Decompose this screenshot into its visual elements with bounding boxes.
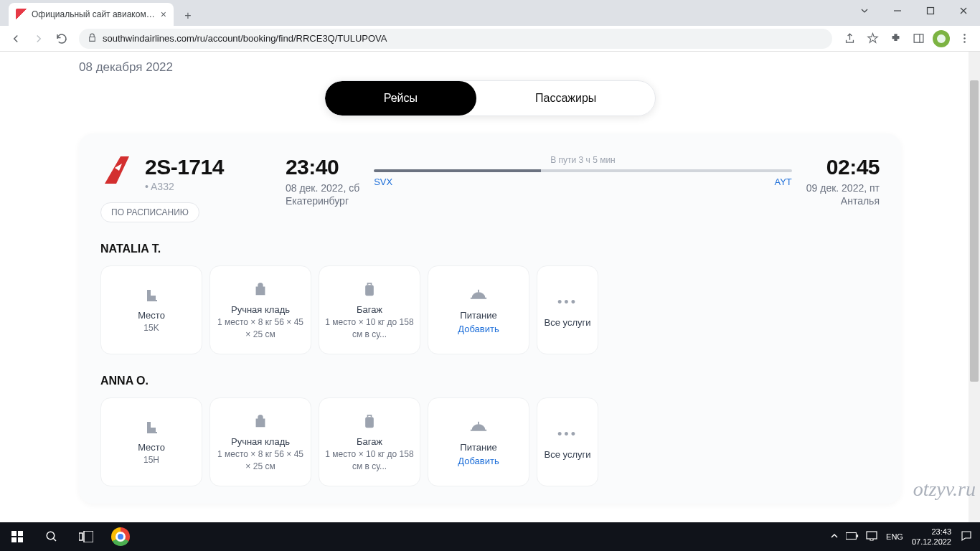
- forward-button[interactable]: [29, 29, 49, 49]
- svg-rect-5: [365, 285, 374, 296]
- svg-rect-1: [914, 34, 923, 42]
- service-seat[interactable]: Место 15K: [100, 265, 202, 354]
- page-viewport: 08 декабря 2022 Рейсы Пассажиры 2S-1714 …: [0, 52, 980, 525]
- tray-icons[interactable]: [830, 531, 877, 542]
- dots-icon: •••: [557, 425, 578, 445]
- seat-icon: [143, 418, 160, 438]
- flight-card: 2S-1714 A332 ПО РАСПИСАНИЮ 23:40 08 дек.…: [79, 133, 901, 504]
- svg-rect-0: [928, 8, 934, 14]
- svg-rect-12: [79, 533, 83, 540]
- bookmark-icon[interactable]: [862, 29, 882, 49]
- watermark: otzyv.ru: [913, 478, 976, 501]
- route-line: [374, 169, 792, 172]
- svg-point-11: [47, 532, 55, 540]
- chevron-down-icon[interactable]: [848, 0, 881, 22]
- service-all[interactable]: ••• Все услуги: [537, 265, 598, 354]
- departure-time: 23:40: [286, 155, 359, 179]
- scrollbar[interactable]: [969, 52, 980, 522]
- service-meal[interactable]: Питание Добавить: [428, 265, 529, 354]
- window-controls: [848, 0, 980, 22]
- service-cabin-bag[interactable]: Ручная кладь 1 место × 8 кг 56 × 45 × 25…: [209, 397, 311, 486]
- service-meal[interactable]: Питание Добавить: [428, 397, 529, 486]
- svg-rect-8: [18, 531, 23, 536]
- arrival-code[interactable]: AYT: [774, 176, 791, 187]
- svg-rect-13: [84, 531, 93, 542]
- maximize-button[interactable]: [914, 0, 947, 22]
- add-meal-link[interactable]: Добавить: [458, 324, 499, 334]
- extensions-icon[interactable]: [885, 29, 905, 49]
- svg-point-4: [963, 41, 966, 43]
- svg-rect-10: [18, 537, 23, 542]
- meal-icon: [469, 286, 488, 306]
- scrollbar-thumb[interactable]: [970, 80, 979, 382]
- departure-date: 08 дек. 2022, сб: [286, 182, 359, 194]
- svg-rect-7: [11, 531, 17, 536]
- service-baggage[interactable]: Багаж 1 место × 10 кг до 158 см в су...: [319, 265, 420, 354]
- meal-icon: [469, 418, 488, 438]
- status-badge: ПО РАСПИСАНИЮ: [100, 202, 199, 222]
- network-icon[interactable]: [866, 531, 877, 542]
- svg-rect-16: [867, 532, 877, 539]
- close-button[interactable]: [947, 0, 980, 22]
- language-indicator[interactable]: ENG: [886, 532, 903, 541]
- tab-title: Официальный сайт авиакомпан: [32, 9, 156, 19]
- svg-rect-15: [857, 534, 858, 537]
- back-button[interactable]: [6, 29, 26, 49]
- taskbar: ENG 23:43 07.12.2022: [0, 522, 980, 551]
- passenger-name: ANNA O.: [100, 375, 880, 387]
- arrival-time: 02:45: [806, 155, 880, 179]
- add-meal-link[interactable]: Добавить: [458, 456, 499, 466]
- taskview-button[interactable]: [69, 522, 103, 551]
- svg-point-3: [963, 37, 966, 39]
- svg-rect-9: [11, 537, 17, 542]
- lock-icon: [88, 32, 97, 45]
- bag-icon: [253, 412, 268, 432]
- aircraft-type: A332: [145, 181, 224, 192]
- minimize-button[interactable]: [881, 0, 914, 22]
- service-grid: Место 15H Ручная кладь 1 место × 8 кг 56…: [100, 397, 880, 486]
- seat-icon: [143, 286, 160, 306]
- sidepanel-icon[interactable]: [908, 29, 928, 49]
- service-baggage[interactable]: Багаж 1 место × 10 кг до 158 см в су...: [319, 397, 420, 486]
- new-tab-button[interactable]: +: [178, 6, 198, 26]
- address-bar[interactable]: southwindairlines.com/ru/account/booking…: [79, 29, 832, 49]
- dots-icon: •••: [557, 293, 578, 313]
- tab-close-icon[interactable]: ×: [161, 9, 166, 20]
- browser-titlebar: Официальный сайт авиакомпан × +: [0, 0, 980, 26]
- tab-passengers[interactable]: Пассажиры: [476, 81, 655, 116]
- service-cabin-bag[interactable]: Ручная кладь 1 место × 8 кг 56 × 45 × 25…: [209, 265, 311, 354]
- browser-toolbar: southwindairlines.com/ru/account/booking…: [0, 26, 980, 52]
- passenger-name: NATALIA T.: [100, 242, 880, 255]
- search-button[interactable]: [34, 522, 69, 551]
- clock[interactable]: 23:43 07.12.2022: [912, 527, 951, 547]
- favicon-icon: [16, 9, 27, 20]
- svg-point-2: [963, 34, 966, 36]
- profile-avatar[interactable]: [931, 29, 951, 49]
- departure-city: Екатеринбург: [286, 195, 359, 207]
- chrome-taskbar-icon[interactable]: [103, 522, 138, 551]
- service-grid: Место 15K Ручная кладь 1 место × 8 кг 56…: [100, 265, 880, 354]
- departure-code[interactable]: SVX: [374, 176, 392, 187]
- flight-duration: В пути 3 ч 5 мин: [374, 155, 792, 165]
- service-seat[interactable]: Место 15H: [100, 397, 202, 486]
- notifications-icon[interactable]: [960, 529, 973, 544]
- tab-flights[interactable]: Рейсы: [325, 81, 476, 116]
- arrival-city: Анталья: [806, 195, 880, 207]
- luggage-icon: [362, 412, 377, 432]
- arrival-date: 09 дек. 2022, пт: [806, 182, 880, 194]
- battery-icon[interactable]: [846, 532, 859, 542]
- bag-icon: [253, 280, 268, 300]
- menu-icon[interactable]: [954, 29, 974, 49]
- airline-logo-icon: [100, 155, 135, 187]
- service-all[interactable]: ••• Все услуги: [537, 397, 598, 486]
- svg-rect-14: [846, 533, 856, 540]
- booking-date: 08 декабря 2022: [79, 60, 901, 75]
- flight-number: 2S-1714: [145, 155, 224, 179]
- reload-button[interactable]: [52, 29, 72, 49]
- share-icon[interactable]: [839, 29, 859, 49]
- view-tabs: Рейсы Пассажиры: [324, 80, 656, 116]
- start-button[interactable]: [0, 522, 34, 551]
- chevron-up-icon[interactable]: [830, 532, 839, 542]
- browser-tab[interactable]: Официальный сайт авиакомпан ×: [9, 3, 174, 26]
- svg-rect-6: [365, 417, 374, 428]
